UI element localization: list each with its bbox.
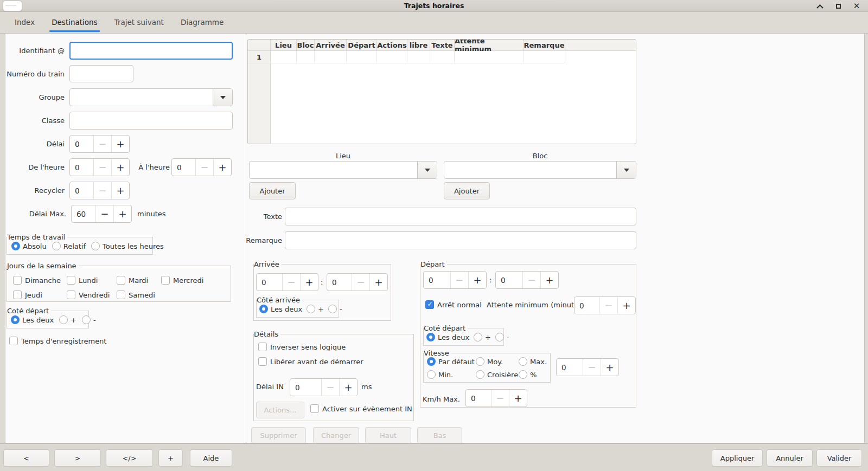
delai-spinbox[interactable]: 0 − +	[69, 135, 130, 153]
tab-destinations[interactable]: Destinations	[52, 12, 98, 33]
radio-arrivee-les-deux[interactable]: Les deux	[259, 305, 302, 313]
arrivee-minute-decrement-button[interactable]: −	[352, 274, 369, 291]
de-lheure-spinbox[interactable]: 0 − +	[69, 158, 130, 176]
groupe-dropdown-button[interactable]	[213, 89, 232, 106]
radio-les-deux[interactable]: Les deux	[11, 315, 54, 324]
identifiant-input[interactable]	[69, 42, 233, 60]
delai-in-decrement-button[interactable]: −	[321, 379, 339, 396]
checkbox-samedi[interactable]: Samedi	[117, 291, 155, 299]
cell-lieu[interactable]	[271, 51, 297, 63]
next-button[interactable]: >	[54, 449, 101, 467]
appliquer-button[interactable]: Appliquer	[712, 449, 763, 467]
supprimer-button[interactable]: Supprimer	[251, 427, 306, 443]
cell-libre[interactable]	[407, 51, 430, 63]
column-header-lieu[interactable]: Lieu	[271, 40, 297, 50]
delai-in-increment-button[interactable]: +	[339, 379, 357, 396]
kmh-max-increment-button[interactable]: +	[509, 390, 527, 407]
depart-heure-spinbox[interactable]: 0 − +	[423, 271, 487, 289]
attente-minimum-decrement-button[interactable]: −	[599, 297, 617, 314]
cell-remarque[interactable]	[524, 51, 565, 63]
vitesse-increment-button[interactable]: +	[601, 359, 618, 376]
bloc-ajouter-button[interactable]: Ajouter	[444, 182, 490, 199]
radio-plus[interactable]: +	[59, 315, 76, 324]
column-header-attente-minimum[interactable]: Attente minimum	[455, 40, 524, 50]
recycler-increment-button[interactable]: +	[111, 182, 129, 199]
column-header-corner[interactable]	[248, 40, 271, 50]
texte-input[interactable]	[285, 208, 636, 225]
minimize-button[interactable]	[815, 1, 825, 11]
de-lheure-decrement-button[interactable]: −	[93, 159, 111, 176]
checkbox-mercredi[interactable]: Mercredi	[161, 276, 203, 285]
delai-max-decrement-button[interactable]: −	[95, 205, 113, 222]
column-header-actions[interactable]: Actions	[377, 40, 407, 50]
column-header-arrivee[interactable]: Arrivée	[315, 40, 347, 50]
arrivee-minute-spinbox[interactable]: 0 − +	[327, 273, 388, 291]
radio-depart-moins[interactable]: -	[495, 333, 509, 341]
a-lheure-increment-button[interactable]: +	[213, 159, 231, 176]
arrivee-heure-increment-button[interactable]: +	[300, 274, 318, 291]
vitesse-decrement-button[interactable]: −	[583, 359, 601, 376]
delai-increment-button[interactable]: +	[111, 136, 129, 152]
delai-decrement-button[interactable]: −	[93, 136, 111, 152]
bloc-dropdown-button[interactable]	[616, 162, 636, 178]
numero-train-input[interactable]	[69, 65, 133, 82]
checkbox-lundi[interactable]: Lundi	[67, 276, 98, 285]
cell-depart[interactable]	[347, 51, 377, 63]
tab-index[interactable]: Index	[15, 12, 35, 33]
delai-max-spinbox[interactable]: 60 − +	[71, 205, 132, 223]
attente-minimum-increment-button[interactable]: +	[617, 297, 635, 314]
depart-minute-spinbox[interactable]: 0 − +	[495, 271, 559, 289]
radio-moins[interactable]: -	[82, 315, 96, 324]
prev-button[interactable]: <	[3, 449, 49, 467]
attente-minimum-spinbox[interactable]: 0 − +	[574, 296, 636, 314]
radio-depart-plus[interactable]: +	[474, 333, 491, 341]
radio-vitesse-moy[interactable]: Moy.	[476, 357, 503, 366]
radio-vitesse-max[interactable]: Max.	[519, 357, 547, 366]
arrivee-minute-increment-button[interactable]: +	[369, 274, 387, 291]
depart-heure-decrement-button[interactable]: −	[450, 272, 468, 288]
maximize-button[interactable]	[833, 1, 843, 11]
annuler-button[interactable]: Annuler	[767, 449, 813, 467]
checkbox-arret-normal[interactable]: Arrêt normal	[425, 300, 482, 309]
radio-vitesse-par-defaut[interactable]: Par défaut	[427, 357, 475, 366]
a-lheure-spinbox[interactable]: 0 − +	[171, 158, 232, 176]
cell-texte[interactable]	[430, 51, 455, 63]
checkbox-activer-evenement-in[interactable]: Activer sur évènement IN	[310, 404, 412, 413]
close-button[interactable]: ✕	[852, 1, 861, 11]
tab-diagramme[interactable]: Diagramme	[181, 12, 224, 33]
aide-button[interactable]: Aide	[190, 449, 232, 467]
bloc-combobox[interactable]	[444, 161, 636, 179]
changer-button[interactable]: Changer	[313, 427, 359, 443]
cell-arrivee[interactable]	[315, 51, 347, 63]
recycler-spinbox[interactable]: 0 − +	[69, 182, 130, 199]
radio-depart-les-deux[interactable]: Les deux	[426, 333, 469, 341]
remarque-input[interactable]	[285, 231, 636, 249]
actions-button[interactable]: Actions...	[256, 402, 304, 418]
radio-vitesse-min[interactable]: Min.	[427, 370, 453, 379]
classe-input[interactable]	[69, 112, 233, 130]
code-button[interactable]: </>	[106, 449, 153, 467]
delai-max-increment-button[interactable]: +	[113, 205, 131, 222]
lieu-dropdown-button[interactable]	[417, 162, 437, 178]
groupe-combobox[interactable]	[69, 88, 233, 106]
checkbox-dimanche[interactable]: Dimanche	[13, 276, 61, 285]
column-header-texte[interactable]: Texte	[430, 40, 455, 50]
checkbox-liberer-avant-demarrer[interactable]: Libérer avant de démarrer	[258, 357, 363, 366]
kmh-max-spinbox[interactable]: 0 − +	[465, 389, 527, 407]
radio-toutes-les-heures[interactable]: Toutes les heures	[91, 242, 164, 250]
add-button[interactable]: +	[158, 449, 183, 467]
depart-minute-increment-button[interactable]: +	[540, 272, 558, 288]
lieu-combobox[interactable]	[249, 161, 437, 179]
bas-button[interactable]: Bas	[417, 427, 462, 443]
checkbox-jeudi[interactable]: Jeudi	[13, 291, 42, 299]
kmh-max-decrement-button[interactable]: −	[491, 390, 509, 407]
haut-button[interactable]: Haut	[365, 427, 411, 443]
column-header-depart[interactable]: Départ	[347, 40, 377, 50]
checkbox-vendredi[interactable]: Vendredi	[67, 291, 110, 299]
lieu-ajouter-button[interactable]: Ajouter	[249, 182, 296, 199]
row-number[interactable]: 1	[248, 51, 271, 63]
arrivee-heure-decrement-button[interactable]: −	[282, 274, 300, 291]
valider-button[interactable]: Valider	[816, 449, 862, 467]
table-row[interactable]: 1	[248, 51, 636, 63]
checkbox-inverser-sens-logique[interactable]: Inverser sens logique	[258, 343, 346, 351]
